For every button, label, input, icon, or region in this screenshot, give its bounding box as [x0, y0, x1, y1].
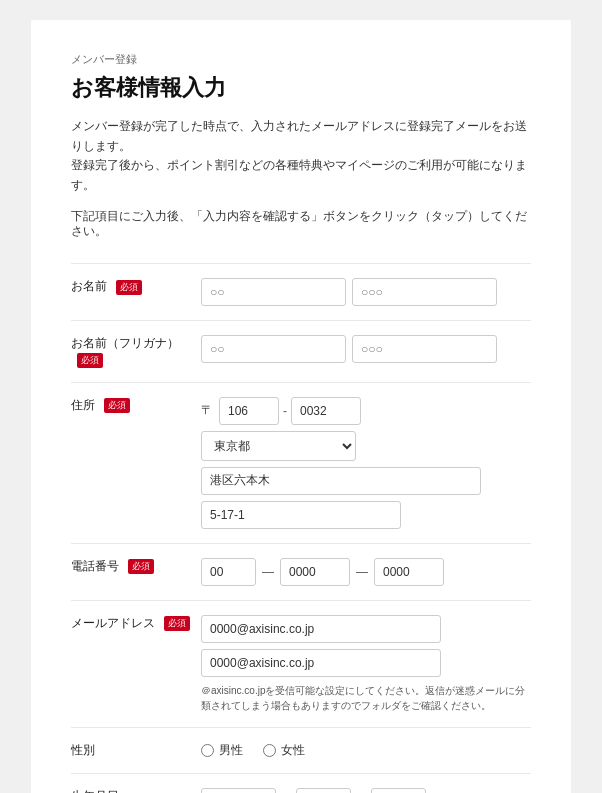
- city-input[interactable]: [201, 467, 481, 495]
- gender-male-radio[interactable]: [201, 744, 214, 757]
- phone-row: 電話番号 必須 ― ―: [71, 543, 531, 600]
- required-badge-address: 必須: [104, 398, 130, 413]
- gender-row: 性別 男性 女性: [71, 727, 531, 773]
- required-badge-kana: 必須: [77, 353, 103, 368]
- required-badge: 必須: [116, 280, 142, 295]
- last-name-kana-input[interactable]: [201, 335, 346, 363]
- phone-sep2: ―: [356, 565, 368, 579]
- name-kana-field: [201, 321, 531, 382]
- dob-day-select[interactable]: --: [371, 788, 426, 793]
- first-name-kana-input[interactable]: [352, 335, 497, 363]
- description: メンバー登録が完了した時点で、入力されたメールアドレスに登録完了メールをお送りし…: [71, 117, 531, 195]
- description-line1: メンバー登録が完了した時点で、入力されたメールアドレスに登録完了メールをお送りし…: [71, 120, 527, 152]
- address-field: 〒 - 東京都: [201, 382, 531, 543]
- dob-year-select[interactable]: ----: [201, 788, 276, 793]
- required-badge-email: 必須: [164, 616, 190, 631]
- email-confirm-input[interactable]: [201, 649, 441, 677]
- postal-code-1-input[interactable]: [219, 397, 279, 425]
- email-field: ＠axisinc.co.jpを受信可能な設定にしてください。返信が迷惑メールに分…: [201, 600, 531, 727]
- gender-female-label[interactable]: 女性: [263, 742, 305, 759]
- name-kana-row: お名前（フリガナ） 必須: [71, 321, 531, 382]
- phone-mid-input[interactable]: [280, 558, 350, 586]
- instruction: 下記項目にご入力後、「入力内容を確認する」ボタンをクリック（タップ）してください…: [71, 209, 531, 239]
- phone-area-input[interactable]: [201, 558, 256, 586]
- gender-female-radio[interactable]: [263, 744, 276, 757]
- form-table: お名前 必須 お名前（フリガナ） 必須: [71, 263, 531, 793]
- name-label: お名前 必須: [71, 264, 201, 321]
- gender-field: 男性 女性: [201, 727, 531, 773]
- prefecture-select[interactable]: 東京都: [201, 431, 356, 461]
- phone-label: 電話番号 必須: [71, 543, 201, 600]
- email-row: メールアドレス 必須 ＠axisinc.co.jpを受信可能な設定にしてください…: [71, 600, 531, 727]
- breadcrumb: メンバー登録: [71, 52, 531, 67]
- required-badge-phone: 必須: [128, 559, 154, 574]
- dob-row: 生年月日 ---- 年 -- 月 -- 日: [71, 773, 531, 793]
- first-name-input[interactable]: [352, 278, 497, 306]
- email-input[interactable]: [201, 615, 441, 643]
- name-kana-label: お名前（フリガナ） 必須: [71, 321, 201, 382]
- description-line2: 登録完了後から、ポイント割引などの各種特典やマイページのご利用が可能になります。: [71, 159, 527, 191]
- name-field: [201, 264, 531, 321]
- postal-symbol: 〒: [201, 402, 213, 419]
- phone-sep1: ―: [262, 565, 274, 579]
- address-row: 住所 必須 〒 - 東京都: [71, 382, 531, 543]
- dob-field: ---- 年 -- 月 -- 日: [201, 773, 531, 793]
- page-title: お客様情報入力: [71, 73, 531, 103]
- gender-label: 性別: [71, 727, 201, 773]
- email-note: ＠axisinc.co.jpを受信可能な設定にしてください。返信が迷惑メールに分…: [201, 683, 531, 713]
- name-row: お名前 必須: [71, 264, 531, 321]
- street-input[interactable]: [201, 501, 401, 529]
- dob-month-select[interactable]: --: [296, 788, 351, 793]
- phone-end-input[interactable]: [374, 558, 444, 586]
- gender-male-label[interactable]: 男性: [201, 742, 243, 759]
- postal-sep: -: [283, 404, 287, 418]
- registration-form: メンバー登録 お客様情報入力 メンバー登録が完了した時点で、入力されたメールアド…: [31, 20, 571, 793]
- postal-code-2-input[interactable]: [291, 397, 361, 425]
- phone-field: ― ―: [201, 543, 531, 600]
- dob-label: 生年月日: [71, 773, 201, 793]
- last-name-input[interactable]: [201, 278, 346, 306]
- address-label: 住所 必須: [71, 382, 201, 543]
- email-label: メールアドレス 必須: [71, 600, 201, 727]
